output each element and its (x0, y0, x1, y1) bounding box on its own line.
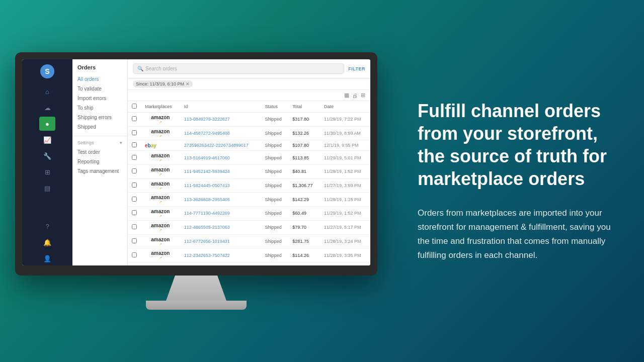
cell-id: 114-7771190-4492269 (180, 207, 261, 221)
select-all-checkbox[interactable] (132, 104, 137, 109)
cell-date: 12/1/19, 9:55 PM (320, 140, 370, 151)
cell-total: $317.80 (288, 113, 320, 127)
table-row[interactable]: ebay273596263422-2226734899017Shipped$10… (128, 140, 370, 151)
cell-status: Shipped (261, 220, 289, 234)
sidebar-icon-tools[interactable]: 🔧 (39, 149, 55, 163)
row-checkbox[interactable] (132, 252, 137, 257)
search-box[interactable]: 🔍 Search orders (133, 63, 344, 74)
row-checkbox[interactable] (132, 130, 137, 135)
cell-id: 111-5824445-0507413 (180, 178, 261, 193)
col-id: Id (180, 101, 261, 113)
monitor-bezel: S ⌂ ☁ ● 📈 🔧 ⊞ ▤ ? 🔔 👤 Orders All orde (15, 52, 377, 276)
cell-date: 11/29/19, 1:52 PM (320, 165, 370, 179)
cell-total: $60.49 (288, 207, 320, 221)
table-row[interactable]: amazon↗111-5824445-0507413Shipped$1,306.… (128, 178, 370, 193)
sidebar-icon-doc[interactable]: ▤ (39, 181, 55, 195)
monitor-base (146, 301, 247, 310)
cell-status: Shipped (261, 234, 289, 248)
app-sidebar: S ⌂ ☁ ● 📈 🔧 ⊞ ▤ ? 🔔 👤 (22, 59, 72, 265)
sidebar-icon-help[interactable]: ? (39, 219, 55, 233)
sidebar-icon-user[interactable]: 👤 (39, 251, 55, 265)
cell-marketplace: amazon↗ (141, 126, 180, 140)
cell-status: Shipped (261, 151, 289, 165)
sidebar-icon-cloud[interactable]: ☁ (39, 101, 55, 115)
sidebar-icon-home[interactable]: ⌂ (39, 84, 55, 99)
cell-status: Shipped (261, 165, 289, 179)
row-checkbox[interactable] (132, 197, 137, 202)
cell-id: 113-3626818-2955405 (180, 193, 261, 207)
nav-all-orders[interactable]: All orders (72, 74, 127, 84)
table-row[interactable]: amazon↗112-4865505-2137063Shipped$79.701… (128, 220, 370, 234)
table-row[interactable]: amazon↗112-6772656-1019431Shipped$281.75… (128, 234, 370, 248)
table-toolbar: ▦ 🖨 ⊞ (128, 90, 370, 101)
cell-total: $40.81 (288, 165, 320, 179)
nav-import-errors[interactable]: Import errors (72, 94, 127, 103)
cell-marketplace: amazon↗ (141, 248, 180, 262)
sidebar-icon-chart[interactable]: ● (39, 117, 55, 131)
monitor-section: S ⌂ ☁ ● 📈 🔧 ⊞ ▤ ? 🔔 👤 Orders All orde (0, 0, 392, 362)
nav-shipping-errors[interactable]: Shipping errors (72, 113, 127, 122)
sidebar-icon-analytics[interactable]: 📈 (39, 133, 55, 147)
row-checkbox[interactable] (132, 210, 137, 215)
cell-status: Shipped (261, 140, 289, 151)
cell-id: 273596263422-2226734899017 (180, 140, 261, 151)
left-nav-panel: Orders All orders To validate Import err… (72, 59, 128, 265)
cell-total: $79.70 (288, 220, 320, 234)
sidebar-icon-bell[interactable]: 🔔 (39, 235, 55, 249)
cell-total: $113.85 (288, 151, 320, 165)
table-row[interactable]: amazon↗113-5164919-4617060Shipped$113.85… (128, 151, 370, 165)
row-checkbox[interactable] (132, 155, 137, 160)
row-checkbox[interactable] (132, 168, 137, 173)
table-row[interactable]: amazon↗112-2342653-7507422Shipped$114.26… (128, 248, 370, 262)
cell-date: 11/29/19, 1:15 PM (320, 193, 370, 207)
cell-date: 11/29/19, 7:22 PM (320, 113, 370, 127)
nav-reporting[interactable]: Reporting (72, 157, 127, 166)
cell-marketplace: amazon↗ (141, 220, 180, 234)
search-placeholder: Search orders (145, 66, 177, 71)
toolbar-columns-icon[interactable]: ⊞ (361, 92, 365, 99)
table-row[interactable]: amazon↗111-9452142-5939424Shipped$40.811… (128, 165, 370, 179)
cell-marketplace: ebay (141, 140, 180, 151)
cell-total: $142.29 (288, 193, 320, 207)
filter-button[interactable]: FILTER (348, 66, 365, 71)
sidebar-logo: S (40, 64, 54, 78)
search-icon: 🔍 (137, 66, 143, 71)
row-checkbox[interactable] (132, 142, 137, 147)
cell-id: 112-6772656-1019431 (180, 234, 261, 248)
toolbar-grid-icon[interactable]: ▦ (344, 92, 349, 99)
cell-total: $1,306.77 (288, 178, 320, 193)
row-checkbox[interactable] (132, 116, 137, 121)
filter-tag[interactable]: Since: 11/3/19, 6:10 PM ✕ (133, 80, 193, 87)
cell-date: 11/29/19, 1:52 PM (320, 207, 370, 221)
nav-to-ship[interactable]: To ship (72, 103, 127, 113)
col-marketplaces: Marketplaces (141, 101, 180, 113)
cell-total: $281.75 (288, 234, 320, 248)
nav-shipped[interactable]: Shipped (72, 122, 127, 132)
orders-table: Marketplaces Id Status Total Date amazon… (128, 101, 370, 265)
nav-to-validate[interactable]: To validate (72, 84, 127, 94)
cell-date: 11/30/19, 8:59 AM (320, 126, 370, 140)
table-row[interactable]: amazon↗114-7771190-4492269Shipped$60.491… (128, 207, 370, 221)
table-row[interactable]: amazon↗114-4587272-9495408Shipped$132.26… (128, 126, 370, 140)
table-row[interactable]: amazon↗113-0849279-3222627Shipped$317.80… (128, 113, 370, 127)
nav-tags-management[interactable]: Tags management (72, 166, 127, 176)
cell-status: Shipped (261, 113, 289, 127)
row-checkbox[interactable] (132, 183, 137, 188)
table-row[interactable]: amazon↗113-3626818-2955405Shipped$142.29… (128, 193, 370, 207)
toolbar-print-icon[interactable]: 🖨 (352, 93, 358, 99)
panel-title: Orders (72, 64, 127, 74)
settings-section-title: Settings ▾ (72, 140, 127, 147)
filter-tag-close[interactable]: ✕ (186, 81, 190, 86)
cell-status: Shipped (261, 248, 289, 262)
row-checkbox[interactable] (132, 238, 137, 243)
top-bar: 🔍 Search orders FILTER (128, 59, 370, 78)
cell-marketplace: amazon↗ (141, 113, 180, 127)
row-checkbox[interactable] (132, 224, 137, 229)
sidebar-icon-grid[interactable]: ⊞ (39, 165, 55, 179)
cell-marketplace: amazon↗ (141, 151, 180, 165)
nav-test-order[interactable]: Test order (72, 147, 127, 157)
headline: Fulfill channel ordersfrom your storefro… (418, 100, 619, 190)
orders-data-table: Marketplaces Id Status Total Date amazon… (128, 101, 370, 262)
cell-marketplace: amazon↗ (141, 165, 180, 179)
cell-status: Shipped (261, 178, 289, 193)
